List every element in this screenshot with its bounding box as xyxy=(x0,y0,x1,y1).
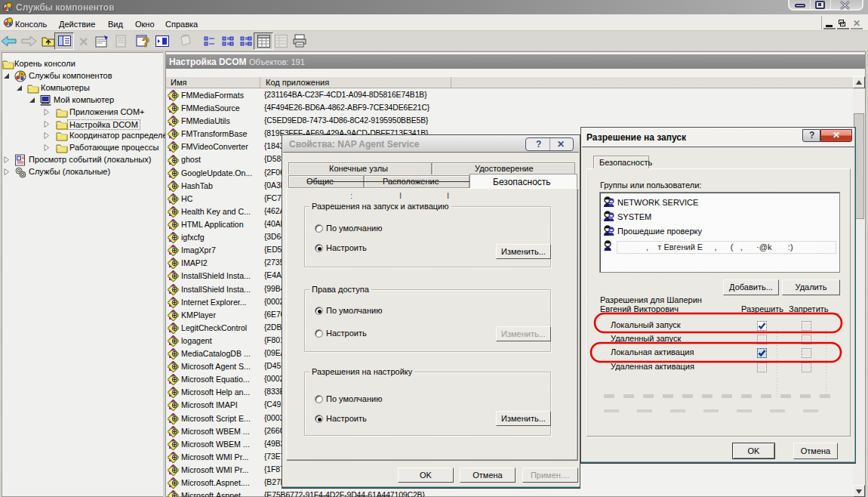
svg-text:?: ? xyxy=(142,36,149,48)
